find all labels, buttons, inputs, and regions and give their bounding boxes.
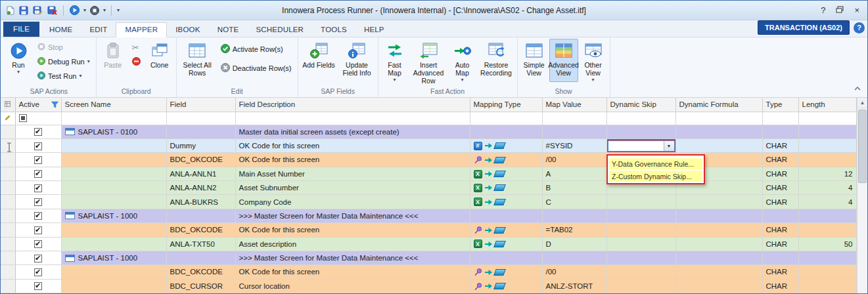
field-description-cell[interactable]: Cursor location — [235, 279, 470, 293]
mapping-type-cell[interactable]: X — [470, 195, 542, 209]
stop-quick-caret-icon[interactable]: ▾ — [103, 7, 106, 13]
type-cell[interactable]: CHAR — [762, 181, 798, 195]
help-button[interactable]: ? — [821, 6, 825, 15]
mapping-type-cell[interactable]: X — [470, 167, 542, 180]
filter-icon[interactable] — [51, 101, 58, 108]
active-cell[interactable] — [15, 279, 61, 293]
length-cell[interactable] — [798, 153, 856, 167]
tab-tools[interactable]: TOOLS — [312, 23, 355, 37]
filter-cell-dynamic-formula[interactable] — [675, 112, 762, 125]
mapping-type-cell[interactable] — [470, 251, 542, 264]
new-file-button[interactable] — [6, 5, 15, 16]
row-indicator[interactable] — [1, 251, 15, 264]
field-description-cell[interactable]: Asset Subnumber — [235, 181, 470, 195]
active-cell[interactable] — [15, 138, 61, 152]
transaction-button[interactable]: TRANSACTION (AS02) — [758, 20, 850, 35]
field-cell[interactable]: BDC_CURSOR — [166, 279, 235, 293]
dynamic-formula-cell[interactable] — [675, 209, 762, 222]
field-cell[interactable]: BDC_OKCODE — [166, 265, 235, 279]
type-cell[interactable]: CHAR — [762, 153, 798, 167]
length-cell[interactable] — [798, 209, 856, 222]
map-value-cell[interactable]: /00 — [542, 153, 606, 167]
filter-cell-length[interactable] — [798, 112, 856, 125]
field-cell[interactable]: Dummy — [166, 138, 235, 152]
mapping-type-cell[interactable] — [470, 279, 542, 293]
restore-button[interactable] — [836, 6, 844, 15]
mapping-type-cell[interactable]: X — [470, 237, 542, 251]
length-cell[interactable]: 4 — [798, 195, 856, 209]
field-cell[interactable]: ANLA-ANLN1 — [166, 167, 235, 180]
fast-map-button[interactable]: Fast Map ▾ — [380, 39, 409, 83]
row-indicator[interactable] — [1, 181, 15, 195]
active-checkbox[interactable] — [34, 212, 42, 220]
screen-name-cell[interactable] — [61, 223, 166, 237]
dynamic-skip-cell[interactable] — [606, 237, 675, 251]
map-value-cell[interactable]: #SYSID — [542, 138, 606, 152]
type-cell[interactable]: CHAR — [762, 195, 798, 209]
map-value-cell[interactable] — [542, 125, 606, 138]
deactivate-rows-button[interactable]: Deactivate Row(s) — [217, 62, 296, 75]
active-checkbox[interactable] — [34, 142, 42, 150]
type-cell[interactable] — [762, 125, 798, 138]
active-checkbox[interactable] — [34, 255, 42, 262]
map-value-cell[interactable] — [542, 251, 606, 264]
row-indicator[interactable] — [1, 167, 15, 180]
active-cell[interactable] — [15, 125, 61, 138]
scroll-up-button[interactable]: ▲ — [857, 98, 868, 108]
dynamic-skip-combo[interactable]: ▼ — [608, 140, 675, 152]
save-as-button[interactable] — [32, 5, 43, 16]
screen-name-cell[interactable] — [61, 279, 166, 293]
vertical-scrollbar[interactable]: ▲ — [857, 98, 868, 293]
map-value-cell[interactable]: =TAB02 — [542, 223, 606, 237]
filter-cell-active[interactable] — [15, 112, 61, 125]
active-cell[interactable] — [15, 265, 61, 279]
dynamic-skip-cell[interactable] — [606, 279, 675, 293]
active-checkbox[interactable] — [34, 268, 42, 276]
update-field-info-button[interactable]: Update Field Info — [338, 39, 376, 82]
column-header-length[interactable]: Length — [798, 98, 856, 112]
row-indicator[interactable] — [1, 279, 15, 293]
type-cell[interactable] — [762, 209, 798, 222]
mapping-type-cell[interactable]: # — [470, 138, 542, 152]
length-cell[interactable]: 4 — [798, 181, 856, 195]
type-cell[interactable]: CHAR — [762, 265, 798, 279]
dropdown-arrow-icon[interactable]: ▼ — [664, 141, 674, 151]
active-cell[interactable] — [15, 251, 61, 264]
row-indicator[interactable] — [1, 125, 15, 138]
active-checkbox[interactable] — [34, 226, 42, 234]
column-header-field-description[interactable]: Field Description — [235, 98, 470, 112]
active-cell[interactable] — [15, 237, 61, 251]
advanced-view-button[interactable]: Advanced View — [549, 39, 578, 82]
column-header-active[interactable]: Active — [15, 98, 61, 112]
run-button[interactable]: Run ▾ — [4, 39, 33, 82]
length-cell[interactable] — [798, 125, 856, 138]
customize-qat-button[interactable]: ▾ — [117, 7, 120, 13]
field-description-cell[interactable]: Asset description — [235, 237, 470, 251]
row-indicator[interactable] — [1, 237, 15, 251]
field-description-cell[interactable]: OK Code for this screen — [235, 153, 470, 167]
map-value-cell[interactable]: B — [542, 181, 606, 195]
debug-run-button[interactable]: Debug Run ▾ — [34, 55, 94, 68]
dynamic-skip-cell[interactable] — [606, 125, 675, 138]
dynamic-formula-cell[interactable] — [675, 265, 762, 279]
type-cell[interactable]: CHAR — [762, 167, 798, 180]
grid-corner-cell[interactable] — [1, 98, 15, 112]
mapping-type-cell[interactable] — [470, 265, 542, 279]
map-value-cell[interactable]: ANLZ-STORT — [542, 279, 606, 293]
length-cell[interactable]: 50 — [798, 237, 856, 251]
simple-view-button[interactable]: Simple View — [520, 39, 549, 82]
field-description-cell[interactable]: Main Asset Number — [235, 167, 470, 180]
save-button[interactable] — [18, 5, 29, 16]
field-description-cell[interactable]: OK Code for this screen — [235, 265, 470, 279]
active-cell[interactable] — [15, 167, 61, 180]
tab-home[interactable]: HOME — [41, 23, 81, 37]
insert-advanced-row-button[interactable]: Insert Advanced Row — [410, 39, 447, 86]
dynamic-formula-cell[interactable] — [675, 279, 762, 293]
dynamic-formula-cell[interactable] — [675, 223, 762, 237]
filter-cell-map-value[interactable] — [542, 112, 606, 125]
row-indicator[interactable] — [1, 195, 15, 209]
screen-name-cell[interactable]: SAPLAIST - 1000 — [61, 251, 166, 264]
filter-cell-field-description[interactable] — [235, 112, 470, 125]
tab-help[interactable]: HELP — [355, 23, 393, 37]
row-indicator[interactable] — [1, 265, 15, 279]
